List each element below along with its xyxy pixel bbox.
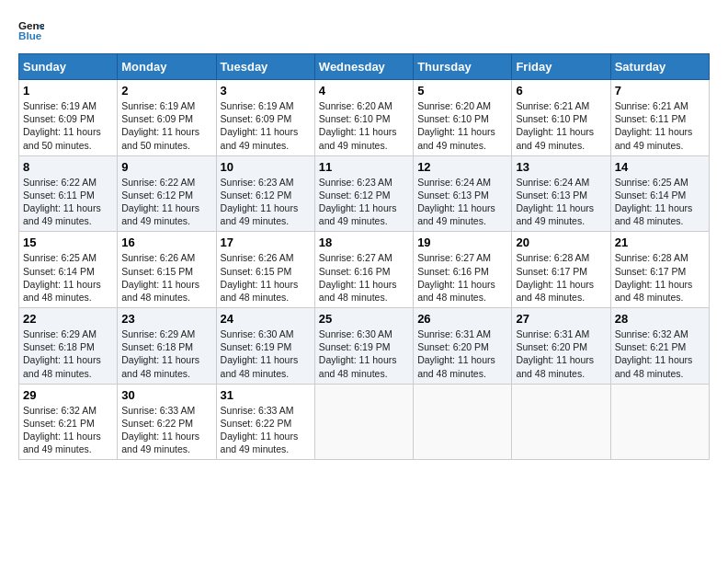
calendar-cell: 2 Sunrise: 6:19 AMSunset: 6:09 PMDayligh… — [118, 80, 216, 156]
calendar-cell — [512, 384, 610, 460]
day-number: 7 — [615, 84, 705, 98]
day-number: 9 — [121, 160, 211, 174]
day-info: Sunrise: 6:19 AMSunset: 6:09 PMDaylight:… — [221, 99, 311, 152]
calendar-week-row: 1 Sunrise: 6:19 AMSunset: 6:09 PMDayligh… — [19, 80, 710, 156]
day-info: Sunrise: 6:22 AMSunset: 6:11 PMDaylight:… — [23, 176, 113, 228]
page-header: General Blue — [18, 18, 710, 44]
day-number: 2 — [121, 84, 211, 98]
svg-text:Blue: Blue — [18, 29, 42, 41]
day-number: 5 — [417, 84, 507, 98]
calendar-cell — [314, 384, 413, 460]
calendar-cell: 3 Sunrise: 6:19 AMSunset: 6:09 PMDayligh… — [216, 80, 314, 156]
calendar-cell: 26 Sunrise: 6:31 AMSunset: 6:20 PMDaylig… — [414, 308, 512, 385]
day-info: Sunrise: 6:29 AMSunset: 6:18 PMDaylight:… — [121, 327, 211, 380]
calendar-cell: 9 Sunrise: 6:22 AMSunset: 6:12 PMDayligh… — [118, 155, 216, 232]
day-info: Sunrise: 6:24 AMSunset: 6:13 PMDaylight:… — [516, 176, 606, 228]
day-number: 20 — [516, 236, 606, 249]
day-info: Sunrise: 6:20 AMSunset: 6:10 PMDaylight:… — [417, 99, 507, 152]
calendar-cell: 7 Sunrise: 6:21 AMSunset: 6:11 PMDayligh… — [610, 80, 709, 156]
day-number: 10 — [221, 160, 311, 174]
day-number: 4 — [319, 84, 409, 98]
calendar-day-header: Wednesday — [314, 54, 413, 80]
calendar-cell: 31 Sunrise: 6:33 AMSunset: 6:22 PMDaylig… — [216, 384, 314, 460]
day-info: Sunrise: 6:32 AMSunset: 6:21 PMDaylight:… — [23, 404, 113, 456]
day-info: Sunrise: 6:19 AMSunset: 6:09 PMDaylight:… — [23, 99, 113, 152]
day-info: Sunrise: 6:22 AMSunset: 6:12 PMDaylight:… — [121, 176, 211, 228]
day-number: 16 — [121, 236, 211, 249]
calendar-day-header: Sunday — [19, 54, 118, 80]
calendar-cell: 22 Sunrise: 6:29 AMSunset: 6:18 PMDaylig… — [19, 308, 118, 385]
day-number: 26 — [417, 312, 507, 326]
day-number: 21 — [615, 236, 705, 249]
calendar-week-row: 8 Sunrise: 6:22 AMSunset: 6:11 PMDayligh… — [19, 155, 710, 232]
day-info: Sunrise: 6:26 AMSunset: 6:15 PMDaylight:… — [121, 251, 211, 304]
calendar-cell: 6 Sunrise: 6:21 AMSunset: 6:10 PMDayligh… — [512, 80, 610, 156]
day-number: 27 — [516, 312, 606, 326]
day-info: Sunrise: 6:31 AMSunset: 6:20 PMDaylight:… — [417, 327, 507, 380]
calendar-header-row: SundayMondayTuesdayWednesdayThursdayFrid… — [19, 54, 710, 80]
calendar-cell: 14 Sunrise: 6:25 AMSunset: 6:14 PMDaylig… — [610, 155, 709, 232]
calendar-cell: 30 Sunrise: 6:33 AMSunset: 6:22 PMDaylig… — [118, 384, 216, 460]
day-number: 17 — [221, 236, 311, 249]
logo: General Blue — [18, 18, 44, 44]
day-number: 3 — [221, 84, 311, 98]
calendar-cell: 15 Sunrise: 6:25 AMSunset: 6:14 PMDaylig… — [19, 232, 118, 308]
calendar-cell: 23 Sunrise: 6:29 AMSunset: 6:18 PMDaylig… — [118, 308, 216, 385]
calendar-day-header: Monday — [118, 54, 216, 80]
day-info: Sunrise: 6:29 AMSunset: 6:18 PMDaylight:… — [23, 327, 113, 380]
calendar-week-row: 22 Sunrise: 6:29 AMSunset: 6:18 PMDaylig… — [19, 308, 710, 385]
day-info: Sunrise: 6:20 AMSunset: 6:10 PMDaylight:… — [319, 99, 409, 152]
calendar-cell: 4 Sunrise: 6:20 AMSunset: 6:10 PMDayligh… — [314, 80, 413, 156]
calendar-cell: 21 Sunrise: 6:28 AMSunset: 6:17 PMDaylig… — [610, 232, 709, 308]
day-info: Sunrise: 6:30 AMSunset: 6:19 PMDaylight:… — [221, 327, 311, 380]
day-info: Sunrise: 6:27 AMSunset: 6:16 PMDaylight:… — [319, 251, 409, 304]
calendar-cell: 11 Sunrise: 6:23 AMSunset: 6:12 PMDaylig… — [314, 155, 413, 232]
logo-icon: General Blue — [18, 18, 44, 44]
day-number: 13 — [516, 160, 606, 174]
calendar-cell: 16 Sunrise: 6:26 AMSunset: 6:15 PMDaylig… — [118, 232, 216, 308]
day-info: Sunrise: 6:31 AMSunset: 6:20 PMDaylight:… — [516, 327, 606, 380]
calendar-week-row: 15 Sunrise: 6:25 AMSunset: 6:14 PMDaylig… — [19, 232, 710, 308]
day-number: 12 — [417, 160, 507, 174]
day-info: Sunrise: 6:25 AMSunset: 6:14 PMDaylight:… — [23, 251, 113, 304]
day-number: 29 — [23, 388, 113, 402]
day-info: Sunrise: 6:33 AMSunset: 6:22 PMDaylight:… — [121, 404, 211, 456]
day-info: Sunrise: 6:25 AMSunset: 6:14 PMDaylight:… — [615, 176, 705, 228]
day-info: Sunrise: 6:19 AMSunset: 6:09 PMDaylight:… — [121, 99, 211, 152]
calendar-cell — [610, 384, 709, 460]
calendar-day-header: Friday — [512, 54, 610, 80]
day-number: 28 — [615, 312, 705, 326]
calendar-cell: 1 Sunrise: 6:19 AMSunset: 6:09 PMDayligh… — [19, 80, 118, 156]
day-number: 11 — [319, 160, 409, 174]
calendar-cell: 20 Sunrise: 6:28 AMSunset: 6:17 PMDaylig… — [512, 232, 610, 308]
day-number: 18 — [319, 236, 409, 249]
calendar-cell: 24 Sunrise: 6:30 AMSunset: 6:19 PMDaylig… — [216, 308, 314, 385]
day-number: 6 — [516, 84, 606, 98]
day-info: Sunrise: 6:24 AMSunset: 6:13 PMDaylight:… — [417, 176, 507, 228]
calendar-cell: 10 Sunrise: 6:23 AMSunset: 6:12 PMDaylig… — [216, 155, 314, 232]
calendar-body: 1 Sunrise: 6:19 AMSunset: 6:09 PMDayligh… — [19, 80, 710, 460]
calendar-cell: 27 Sunrise: 6:31 AMSunset: 6:20 PMDaylig… — [512, 308, 610, 385]
calendar-week-row: 29 Sunrise: 6:32 AMSunset: 6:21 PMDaylig… — [19, 384, 710, 460]
day-info: Sunrise: 6:33 AMSunset: 6:22 PMDaylight:… — [221, 404, 311, 456]
day-info: Sunrise: 6:21 AMSunset: 6:11 PMDaylight:… — [615, 99, 705, 152]
day-number: 30 — [121, 388, 211, 402]
day-number: 19 — [417, 236, 507, 249]
day-info: Sunrise: 6:28 AMSunset: 6:17 PMDaylight:… — [516, 251, 606, 304]
calendar-cell: 17 Sunrise: 6:26 AMSunset: 6:15 PMDaylig… — [216, 232, 314, 308]
day-number: 15 — [23, 236, 113, 249]
calendar-day-header: Saturday — [610, 54, 709, 80]
day-number: 22 — [23, 312, 113, 326]
calendar-table: SundayMondayTuesdayWednesdayThursdayFrid… — [18, 53, 710, 460]
calendar-day-header: Thursday — [414, 54, 512, 80]
day-info: Sunrise: 6:26 AMSunset: 6:15 PMDaylight:… — [221, 251, 311, 304]
calendar-cell: 19 Sunrise: 6:27 AMSunset: 6:16 PMDaylig… — [414, 232, 512, 308]
day-number: 24 — [221, 312, 311, 326]
day-info: Sunrise: 6:32 AMSunset: 6:21 PMDaylight:… — [615, 327, 705, 380]
calendar-day-header: Tuesday — [216, 54, 314, 80]
day-number: 31 — [221, 388, 311, 402]
calendar-cell: 5 Sunrise: 6:20 AMSunset: 6:10 PMDayligh… — [414, 80, 512, 156]
calendar-cell: 8 Sunrise: 6:22 AMSunset: 6:11 PMDayligh… — [19, 155, 118, 232]
day-info: Sunrise: 6:21 AMSunset: 6:10 PMDaylight:… — [516, 99, 606, 152]
calendar-cell: 18 Sunrise: 6:27 AMSunset: 6:16 PMDaylig… — [314, 232, 413, 308]
